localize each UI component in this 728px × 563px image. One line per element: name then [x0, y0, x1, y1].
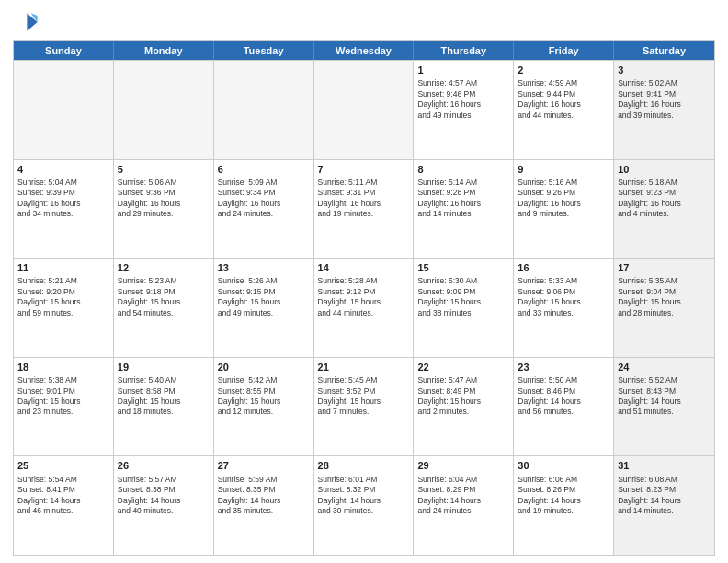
day-number: 8	[417, 163, 509, 176]
day-info: Sunrise: 5:40 AM Sunset: 8:58 PM Dayligh…	[118, 375, 210, 418]
day-number: 1	[417, 63, 509, 76]
cal-cell-2: 2Sunrise: 4:59 AM Sunset: 9:44 PM Daylig…	[514, 61, 614, 159]
cal-cell-18: 18Sunrise: 5:38 AM Sunset: 9:01 PM Dayli…	[14, 358, 114, 456]
cal-cell-23: 23Sunrise: 5:50 AM Sunset: 8:46 PM Dayli…	[514, 358, 614, 456]
day-info: Sunrise: 4:57 AM Sunset: 9:46 PM Dayligh…	[417, 78, 509, 121]
day-number: 29	[417, 459, 509, 472]
day-number: 9	[518, 163, 609, 176]
day-number: 26	[118, 459, 210, 472]
day-info: Sunrise: 6:04 AM Sunset: 8:29 PM Dayligh…	[417, 475, 509, 517]
day-info: Sunrise: 5:50 AM Sunset: 8:46 PM Dayligh…	[518, 375, 609, 418]
day-number: 6	[218, 163, 310, 176]
cal-cell-1: 1Sunrise: 4:57 AM Sunset: 9:46 PM Daylig…	[414, 61, 514, 159]
day-info: Sunrise: 5:04 AM Sunset: 9:39 PM Dayligh…	[17, 178, 109, 220]
day-number: 17	[618, 261, 711, 274]
calendar-header: SundayMondayTuesdayWednesdayThursdayFrid…	[14, 41, 714, 60]
day-info: Sunrise: 6:08 AM Sunset: 8:23 PM Dayligh…	[618, 475, 711, 517]
header-cell-wednesday: Wednesday	[314, 41, 415, 60]
cal-cell-10: 10Sunrise: 5:18 AM Sunset: 9:23 PM Dayli…	[614, 160, 714, 259]
header-cell-monday: Monday	[114, 41, 214, 60]
calendar-row-3: 11Sunrise: 5:21 AM Sunset: 9:20 PM Dayli…	[14, 258, 714, 357]
calendar-row-4: 18Sunrise: 5:38 AM Sunset: 9:01 PM Dayli…	[14, 357, 714, 456]
cal-cell-29: 29Sunrise: 6:04 AM Sunset: 8:29 PM Dayli…	[414, 456, 514, 555]
day-number: 15	[417, 261, 509, 274]
day-number: 30	[518, 459, 609, 472]
header-cell-saturday: Saturday	[614, 41, 714, 60]
day-info: Sunrise: 5:21 AM Sunset: 9:20 PM Dayligh…	[17, 276, 109, 318]
day-info: Sunrise: 5:18 AM Sunset: 9:23 PM Dayligh…	[618, 178, 711, 220]
day-info: Sunrise: 5:45 AM Sunset: 8:52 PM Dayligh…	[318, 375, 410, 418]
day-info: Sunrise: 5:42 AM Sunset: 8:55 PM Dayligh…	[218, 375, 310, 418]
header-cell-tuesday: Tuesday	[214, 41, 314, 60]
calendar-row-5: 25Sunrise: 5:54 AM Sunset: 8:41 PM Dayli…	[14, 455, 714, 555]
cal-cell-12: 12Sunrise: 5:23 AM Sunset: 9:18 PM Dayli…	[114, 259, 214, 357]
day-info: Sunrise: 5:33 AM Sunset: 9:06 PM Dayligh…	[518, 276, 609, 318]
cal-cell-11: 11Sunrise: 5:21 AM Sunset: 9:20 PM Dayli…	[14, 259, 114, 357]
cal-cell-14: 14Sunrise: 5:28 AM Sunset: 9:12 PM Dayli…	[314, 259, 415, 357]
cal-cell-20: 20Sunrise: 5:42 AM Sunset: 8:55 PM Dayli…	[214, 358, 314, 456]
cal-cell-8: 8Sunrise: 5:14 AM Sunset: 9:28 PM Daylig…	[414, 160, 514, 259]
day-number: 5	[118, 163, 210, 176]
day-info: Sunrise: 4:59 AM Sunset: 9:44 PM Dayligh…	[518, 78, 609, 121]
day-info: Sunrise: 5:59 AM Sunset: 8:35 PM Dayligh…	[218, 475, 310, 517]
cal-cell-26: 26Sunrise: 5:57 AM Sunset: 8:38 PM Dayli…	[114, 456, 214, 555]
cal-cell-empty-0-0	[14, 61, 114, 159]
day-number: 22	[417, 361, 509, 373]
cal-cell-17: 17Sunrise: 5:35 AM Sunset: 9:04 PM Dayli…	[614, 259, 714, 357]
day-number: 2	[518, 63, 609, 76]
cal-cell-25: 25Sunrise: 5:54 AM Sunset: 8:41 PM Dayli…	[14, 456, 114, 555]
day-info: Sunrise: 5:35 AM Sunset: 9:04 PM Dayligh…	[618, 276, 711, 318]
cal-cell-19: 19Sunrise: 5:40 AM Sunset: 8:58 PM Dayli…	[114, 358, 214, 456]
page: SundayMondayTuesdayWednesdayThursdayFrid…	[0, 0, 728, 563]
day-number: 16	[518, 261, 609, 274]
day-number: 11	[17, 261, 109, 274]
day-info: Sunrise: 6:01 AM Sunset: 8:32 PM Dayligh…	[318, 475, 410, 517]
cal-cell-empty-0-2	[214, 61, 314, 159]
day-info: Sunrise: 5:30 AM Sunset: 9:09 PM Dayligh…	[417, 276, 509, 318]
cal-cell-5: 5Sunrise: 5:06 AM Sunset: 9:36 PM Daylig…	[114, 160, 214, 259]
day-number: 20	[218, 361, 310, 373]
day-info: Sunrise: 5:52 AM Sunset: 8:43 PM Dayligh…	[618, 375, 711, 418]
cal-cell-empty-0-1	[114, 61, 214, 159]
logo	[13, 9, 42, 35]
cal-cell-22: 22Sunrise: 5:47 AM Sunset: 8:49 PM Dayli…	[414, 358, 514, 456]
day-number: 3	[618, 63, 711, 76]
cal-cell-24: 24Sunrise: 5:52 AM Sunset: 8:43 PM Dayli…	[614, 358, 714, 456]
day-info: Sunrise: 5:38 AM Sunset: 9:01 PM Dayligh…	[17, 375, 109, 418]
cal-cell-21: 21Sunrise: 5:45 AM Sunset: 8:52 PM Dayli…	[314, 358, 415, 456]
day-info: Sunrise: 5:09 AM Sunset: 9:34 PM Dayligh…	[218, 178, 310, 220]
day-number: 7	[318, 163, 410, 176]
day-info: Sunrise: 5:16 AM Sunset: 9:26 PM Dayligh…	[518, 178, 609, 220]
day-info: Sunrise: 5:47 AM Sunset: 8:49 PM Dayligh…	[417, 375, 509, 418]
day-number: 27	[218, 459, 310, 472]
cal-cell-16: 16Sunrise: 5:33 AM Sunset: 9:06 PM Dayli…	[514, 259, 614, 357]
cal-cell-empty-0-3	[314, 61, 415, 159]
cal-cell-9: 9Sunrise: 5:16 AM Sunset: 9:26 PM Daylig…	[514, 160, 614, 259]
day-number: 10	[618, 163, 711, 176]
day-info: Sunrise: 5:02 AM Sunset: 9:41 PM Dayligh…	[618, 78, 711, 121]
cal-cell-28: 28Sunrise: 6:01 AM Sunset: 8:32 PM Dayli…	[314, 456, 415, 555]
day-info: Sunrise: 5:14 AM Sunset: 9:28 PM Dayligh…	[417, 178, 509, 220]
calendar-body: 1Sunrise: 4:57 AM Sunset: 9:46 PM Daylig…	[14, 60, 714, 555]
header-cell-friday: Friday	[514, 41, 614, 60]
cal-cell-15: 15Sunrise: 5:30 AM Sunset: 9:09 PM Dayli…	[414, 259, 514, 357]
day-info: Sunrise: 5:57 AM Sunset: 8:38 PM Dayligh…	[118, 475, 210, 517]
cal-cell-27: 27Sunrise: 5:59 AM Sunset: 8:35 PM Dayli…	[214, 456, 314, 555]
day-number: 21	[318, 361, 410, 373]
calendar: SundayMondayTuesdayWednesdayThursdayFrid…	[13, 40, 715, 556]
day-number: 24	[618, 361, 711, 373]
day-info: Sunrise: 5:54 AM Sunset: 8:41 PM Dayligh…	[17, 475, 109, 517]
cal-cell-6: 6Sunrise: 5:09 AM Sunset: 9:34 PM Daylig…	[214, 160, 314, 259]
day-info: Sunrise: 5:06 AM Sunset: 9:36 PM Dayligh…	[118, 178, 210, 220]
cal-cell-4: 4Sunrise: 5:04 AM Sunset: 9:39 PM Daylig…	[14, 160, 114, 259]
cal-cell-31: 31Sunrise: 6:08 AM Sunset: 8:23 PM Dayli…	[614, 456, 714, 555]
day-number: 25	[17, 459, 109, 472]
day-number: 31	[618, 459, 711, 472]
day-info: Sunrise: 5:23 AM Sunset: 9:18 PM Dayligh…	[118, 276, 210, 318]
calendar-row-1: 1Sunrise: 4:57 AM Sunset: 9:46 PM Daylig…	[14, 60, 714, 159]
day-number: 4	[17, 163, 109, 176]
day-number: 14	[318, 261, 410, 274]
top-section	[13, 9, 715, 35]
calendar-row-2: 4Sunrise: 5:04 AM Sunset: 9:39 PM Daylig…	[14, 159, 714, 259]
day-info: Sunrise: 5:28 AM Sunset: 9:12 PM Dayligh…	[318, 276, 410, 318]
